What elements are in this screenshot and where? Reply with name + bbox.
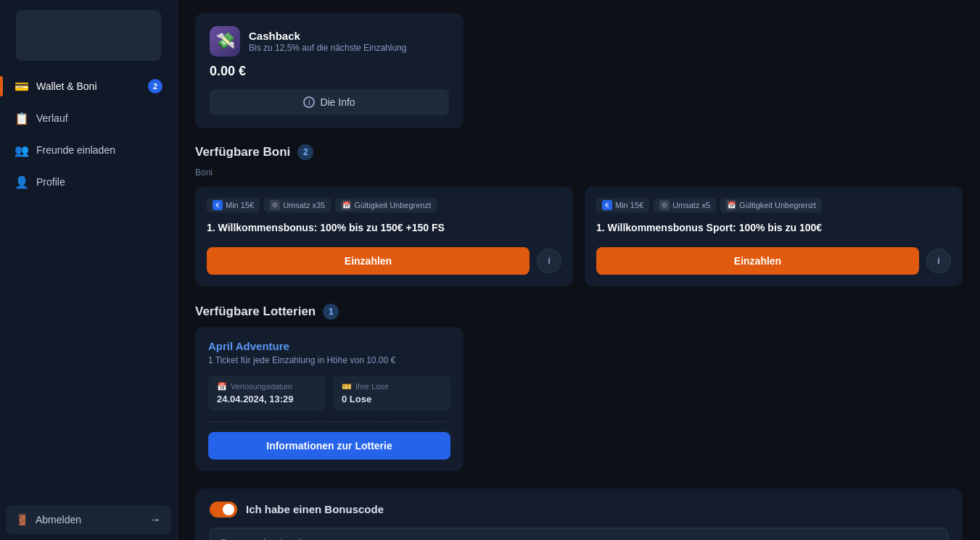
min-tag-icon: € — [213, 200, 223, 210]
umsatz-tag-label-2: Umsatz x5 — [672, 201, 710, 209]
wallet-boni-badge: 2 — [148, 79, 162, 94]
min-tag-icon-2: € — [602, 200, 612, 210]
logout-arrow-icon: → — [149, 513, 161, 526]
draw-date-value: 24.04.2024, 13:29 — [217, 394, 317, 404]
gueltigkeit-tag-icon-2: 📅 — [726, 200, 736, 210]
verfuegbare-lotterien-section: Verfügbare Lotterien 1 April Adventure 1… — [195, 304, 963, 471]
calendar-icon: 📅 — [217, 382, 227, 391]
cashback-title: Cashback — [249, 30, 406, 42]
boni-info-button-2[interactable]: i — [926, 249, 951, 273]
boni-tag-min: € Min 15€ — [207, 198, 260, 212]
min-tag-label-2: Min 15€ — [615, 201, 643, 209]
main-content: 💸 Cashback Bis zu 12,5% auf die nächste … — [178, 0, 980, 540]
logout-icon: 🚪 — [16, 514, 28, 526]
boni-card-1-actions: Einzahlen i — [207, 247, 561, 275]
info-circle-icon: i — [303, 96, 315, 108]
logout-button[interactable]: 🚪 Abmelden → — [6, 505, 171, 534]
tickets-value: 0 Lose — [342, 394, 442, 404]
lotterie-subtitle: 1 Ticket für jede Einzahlung in Höhe von… — [208, 355, 450, 365]
umsatz-tag-icon: ⚙ — [270, 200, 280, 210]
boni-card-1: € Min 15€ ⚙ Umsatz x35 📅 Gültigkeit Unbe… — [195, 186, 573, 286]
verlauf-icon: 📋 — [15, 111, 29, 125]
cashback-header: 💸 Cashback Bis zu 12,5% auf die nächste … — [210, 26, 449, 57]
lotterie-info-button[interactable]: Informationen zur Lotterie — [208, 432, 450, 460]
boni-section-badge: 2 — [297, 144, 313, 160]
boni-label: Boni — [195, 167, 963, 178]
cashback-info-button-label: Die Info — [320, 96, 355, 108]
lotterien-section-badge: 1 — [323, 304, 339, 320]
sidebar-item-profile[interactable]: 👤 Profile — [6, 167, 171, 197]
boni-tag-gueltigkeit: 📅 Gültigkeit Unbegrenzt — [335, 198, 437, 212]
sidebar-item-label: Verlauf — [36, 112, 68, 124]
boni-section-header: Verfügbare Boni 2 — [195, 144, 963, 160]
lotterie-card: April Adventure 1 Ticket für jede Einzah… — [195, 327, 464, 471]
cashback-amount: 0.00 € — [210, 64, 449, 79]
umsatz-tag-label: Umsatz x35 — [283, 201, 325, 209]
bonuscode-header: Ich habe einen Bonuscode — [210, 502, 948, 518]
boni-tags-2: € Min 15€ ⚙ Umsatz x5 📅 Gültigkeit Unbeg… — [596, 198, 951, 212]
gueltigkeit-tag-label-2: Gültigkeit Unbegrenzt — [739, 201, 816, 209]
sidebar-item-verlauf[interactable]: 📋 Verlauf — [6, 103, 171, 133]
ticket-icon: 🎫 — [342, 382, 352, 391]
boni-info-button-1[interactable]: i — [537, 249, 561, 273]
lotterie-divider — [208, 421, 450, 422]
profile-icon: 👤 — [15, 175, 29, 189]
einzahlen-button-1[interactable]: Einzahlen — [207, 247, 530, 275]
einzahlen-button-2[interactable]: Einzahlen — [596, 247, 919, 275]
cashback-card: 💸 Cashback Bis zu 12,5% auf die nächste … — [195, 13, 464, 128]
tickets-label: 🎫 Ihre Lose — [342, 382, 442, 391]
cashback-info: Cashback Bis zu 12,5% auf die nächste Ei… — [249, 30, 406, 53]
bonuscode-section: Ich habe einen Bonuscode — [195, 489, 963, 540]
bonuscode-input[interactable] — [210, 528, 948, 540]
lotterie-info-grid: 📅 Verlosungsdatum 24.04.2024, 13:29 🎫 Ih… — [208, 375, 450, 411]
gueltigkeit-tag-icon: 📅 — [341, 200, 351, 210]
umsatz-tag-icon-2: ⚙ — [659, 200, 670, 210]
boni-card-2-title: 1. Willkommensbonus Sport: 100% bis zu 1… — [596, 221, 951, 236]
verfuegbare-boni-section: Verfügbare Boni 2 Boni € Min 15€ ⚙ Umsat… — [195, 144, 963, 286]
gueltigkeit-tag-label: Gültigkeit Unbegrenzt — [354, 201, 431, 209]
sidebar-navigation: 💳 Wallet & Boni 2 📋 Verlauf 👥 Freunde ei… — [0, 68, 177, 200]
cashback-subtitle: Bis zu 12,5% auf die nächste Einzahlung — [249, 43, 406, 53]
boni-tag-min-2: € Min 15€ — [596, 198, 649, 212]
boni-card-2-actions: Einzahlen i — [596, 247, 951, 275]
bonuscode-label: Ich habe einen Bonuscode — [246, 503, 384, 515]
sidebar-logo — [16, 10, 161, 61]
sidebar-item-wallet-boni[interactable]: 💳 Wallet & Boni 2 — [6, 71, 171, 101]
bonuscode-toggle[interactable] — [210, 502, 237, 518]
cashback-info-button[interactable]: i Die Info — [210, 89, 449, 115]
lotterien-section-header: Verfügbare Lotterien 1 — [195, 304, 963, 320]
sidebar-item-label: Profile — [36, 176, 65, 188]
boni-tag-umsatz: ⚙ Umsatz x35 — [264, 198, 331, 212]
lotterien-section-title: Verfügbare Lotterien — [195, 304, 316, 319]
min-tag-label: Min 15€ — [226, 201, 254, 209]
draw-date-cell: 📅 Verlosungsdatum 24.04.2024, 13:29 — [208, 375, 326, 411]
sidebar-logout-area: 🚪 Abmelden → — [0, 499, 177, 540]
draw-date-label: 📅 Verlosungsdatum — [217, 382, 317, 391]
sidebar-item-label: Freunde einladen — [36, 144, 115, 156]
wallet-icon: 💳 — [15, 79, 29, 94]
cashback-icon: 💸 — [210, 26, 240, 57]
sidebar: 💳 Wallet & Boni 2 📋 Verlauf 👥 Freunde ei… — [0, 0, 178, 540]
logout-label: Abmelden — [36, 514, 81, 526]
boni-tag-umsatz-2: ⚙ Umsatz x5 — [654, 198, 716, 212]
freunde-icon: 👥 — [15, 143, 29, 157]
boni-cards-grid: € Min 15€ ⚙ Umsatz x35 📅 Gültigkeit Unbe… — [195, 186, 963, 286]
sidebar-item-freunde[interactable]: 👥 Freunde einladen — [6, 135, 171, 165]
your-tickets-cell: 🎫 Ihre Lose 0 Lose — [333, 375, 450, 411]
sidebar-item-label: Wallet & Boni — [36, 80, 97, 92]
boni-card-2: € Min 15€ ⚙ Umsatz x5 📅 Gültigkeit Unbeg… — [585, 186, 963, 286]
boni-section-title: Verfügbare Boni — [195, 145, 290, 159]
boni-card-1-title: 1. Willkommensbonus: 100% bis zu 150€ +1… — [207, 221, 561, 236]
boni-tags-1: € Min 15€ ⚙ Umsatz x35 📅 Gültigkeit Unbe… — [207, 198, 561, 212]
boni-tag-gueltigkeit-2: 📅 Gültigkeit Unbegrenzt — [720, 198, 822, 212]
lotterie-title: April Adventure — [208, 340, 450, 352]
